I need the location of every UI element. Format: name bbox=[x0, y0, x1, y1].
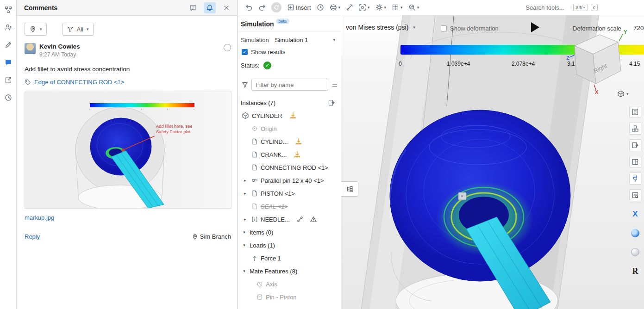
tree-row-needle[interactable]: ▸ NEEDLE... bbox=[238, 213, 341, 226]
comment-attachment-image[interactable]: Add fillet here, see Safety Factor plot bbox=[25, 92, 231, 209]
simulation-title: Simulation bbox=[241, 20, 274, 28]
force-icon bbox=[251, 255, 258, 261]
mate-features-section-header[interactable]: ▾ Mate Features (8) bbox=[238, 265, 341, 278]
settings-tool-button[interactable]: ▾ bbox=[373, 1, 389, 13]
tree-row-connecting-rod[interactable]: CONNECTING ROD <1> bbox=[238, 161, 341, 174]
play-animation-button[interactable] bbox=[531, 22, 539, 32]
history-tool-button[interactable] bbox=[314, 1, 327, 13]
simulation-tree: Instances (7) CYLINDER Origin CYLIND... bbox=[238, 94, 341, 303]
tree-panel-icon bbox=[346, 185, 353, 193]
table-icon bbox=[392, 4, 399, 11]
tree-row-force[interactable]: Force 1 bbox=[238, 252, 341, 265]
tree-row-cylinder-part[interactable]: CYLIND... bbox=[238, 135, 341, 148]
chevron-down-icon: ▾ bbox=[417, 6, 419, 10]
simulation-selector[interactable]: Simulation Simulation 1 ▾ bbox=[238, 31, 341, 43]
chevron-down-icon: ▾ bbox=[368, 6, 370, 10]
share-user-icon[interactable] bbox=[3, 22, 13, 32]
attachment-link[interactable]: markup.jpg bbox=[25, 214, 54, 221]
tree-row-pin-piston-mate[interactable]: Pin - Piston bbox=[238, 290, 341, 303]
history-icon[interactable] bbox=[3, 93, 13, 103]
mark-read-toggle[interactable] bbox=[224, 44, 231, 51]
show-deformation-control[interactable]: Show deformation bbox=[441, 25, 499, 32]
location-filter-dropdown[interactable]: ▾ bbox=[25, 23, 47, 36]
tree-row-piston[interactable]: ▸ PISTON <1> bbox=[238, 187, 341, 200]
part-icon bbox=[251, 190, 258, 197]
tag-icon bbox=[25, 79, 31, 86]
tree-panel-toggle[interactable] bbox=[341, 181, 358, 197]
comment-mode-icon[interactable] bbox=[187, 2, 199, 13]
r-logo-icon[interactable]: R bbox=[629, 265, 641, 277]
comments-icon[interactable] bbox=[3, 57, 13, 68]
parts-list-panel-icon[interactable] bbox=[629, 123, 641, 135]
filter-by-name-input[interactable] bbox=[251, 79, 328, 91]
clock-icon bbox=[317, 4, 324, 11]
x-logo-icon[interactable]: X bbox=[629, 208, 641, 220]
deformation-scale-value[interactable]: 720 bbox=[631, 24, 644, 32]
comment-author: Kevin Cowles bbox=[39, 43, 80, 50]
tree-row-origin[interactable]: Origin bbox=[238, 122, 341, 135]
notes-panel-icon[interactable] bbox=[629, 189, 641, 201]
notifications-bell-icon[interactable] bbox=[204, 2, 216, 13]
result-type-dropdown[interactable]: von Mises stress (psi) ▾ bbox=[346, 24, 415, 31]
tree-row-crank[interactable]: CRANK... bbox=[238, 148, 341, 161]
export-icon[interactable] bbox=[3, 75, 13, 85]
axis-z-label: Z bbox=[566, 55, 569, 61]
fixed-icon bbox=[289, 112, 297, 119]
loads-section-header[interactable]: ▾ Loads (1) bbox=[238, 239, 341, 252]
chevron-right-icon[interactable]: ▸ bbox=[244, 217, 246, 222]
properties-panel-icon[interactable] bbox=[629, 106, 641, 118]
show-deformation-checkbox[interactable] bbox=[441, 25, 447, 31]
show-results-checkbox[interactable]: ✓ bbox=[242, 49, 248, 55]
chevron-right-icon[interactable]: ▸ bbox=[244, 191, 246, 196]
insert-button[interactable]: Insert bbox=[284, 1, 314, 13]
circle-logo-icon[interactable] bbox=[629, 227, 641, 239]
branch-pin-icon bbox=[192, 234, 198, 240]
chevron-down-icon: ▾ bbox=[338, 6, 341, 10]
close-icon[interactable] bbox=[220, 2, 232, 13]
chevron-down-icon: ▾ bbox=[413, 25, 415, 30]
section-view-button[interactable]: ▾ bbox=[356, 1, 373, 13]
filter-funnel-icon[interactable] bbox=[242, 81, 248, 88]
legend-tick: 2.078e+4 bbox=[512, 61, 535, 67]
status-label: Status: bbox=[241, 62, 259, 69]
tree-row-assembly-root[interactable]: CYLINDER bbox=[238, 109, 341, 122]
markup-annotation-line1: Add fillet here, see bbox=[156, 124, 193, 129]
analysis-icon bbox=[408, 4, 416, 11]
table-tool-button[interactable]: ▾ bbox=[389, 1, 406, 13]
search-tools-input[interactable] bbox=[525, 4, 570, 12]
update-button[interactable] bbox=[271, 2, 281, 12]
instances-section-header[interactable]: Instances (7) bbox=[238, 96, 341, 109]
comment-reference-link[interactable]: Edge of CONNECTING ROD <1> bbox=[34, 79, 124, 86]
all-filter-dropdown[interactable]: All ▾ bbox=[63, 23, 94, 36]
tree-row-parallel-pin[interactable]: ▸ Parallel pin 12 x 40 <1> bbox=[238, 174, 341, 187]
cylinder-mate-icon bbox=[256, 294, 263, 300]
legend-tick: 4.15 bbox=[629, 61, 640, 67]
tree-row-axis-mate[interactable]: Axis bbox=[238, 278, 341, 290]
undo-button[interactable] bbox=[243, 1, 256, 13]
search-tools: alt/~ c bbox=[525, 4, 598, 12]
view-cube[interactable]: Right Y Z X bbox=[566, 28, 627, 94]
branch-indicator[interactable]: Sim Branch bbox=[192, 233, 231, 240]
list-options-icon[interactable] bbox=[331, 81, 338, 88]
appearance-tool-button[interactable]: ▾ bbox=[327, 1, 344, 13]
measure-tool-button[interactable] bbox=[343, 1, 356, 13]
reply-link[interactable]: Reply bbox=[25, 233, 40, 240]
chevron-down-icon: ▾ bbox=[243, 230, 245, 235]
plugin-panel-icon[interactable] bbox=[629, 173, 641, 185]
analysis-tool-button[interactable]: ▾ bbox=[406, 1, 422, 13]
redo-button[interactable] bbox=[256, 1, 269, 13]
sphere-logo-icon[interactable] bbox=[629, 246, 641, 258]
structure-icon[interactable] bbox=[3, 5, 13, 15]
layout-panel-icon[interactable] bbox=[629, 156, 641, 168]
chevron-right-icon[interactable]: ▸ bbox=[244, 178, 246, 183]
measure-icon bbox=[346, 4, 353, 11]
items-section-header[interactable]: ▾ Items (0) bbox=[238, 226, 341, 239]
markup-annotation-line2: Safety Factor plot bbox=[156, 129, 191, 134]
markup-pen-icon[interactable] bbox=[3, 40, 13, 50]
axis-x-label: X bbox=[595, 89, 599, 94]
view-options-button[interactable]: ▾ bbox=[617, 90, 629, 98]
insert-instance-icon[interactable] bbox=[328, 99, 335, 106]
tree-row-seal[interactable]: SEAL <1> bbox=[238, 200, 341, 213]
simulation-panel: Simulation beta Simulation Simulation 1 … bbox=[238, 15, 341, 309]
export-panel-icon[interactable] bbox=[629, 139, 641, 151]
